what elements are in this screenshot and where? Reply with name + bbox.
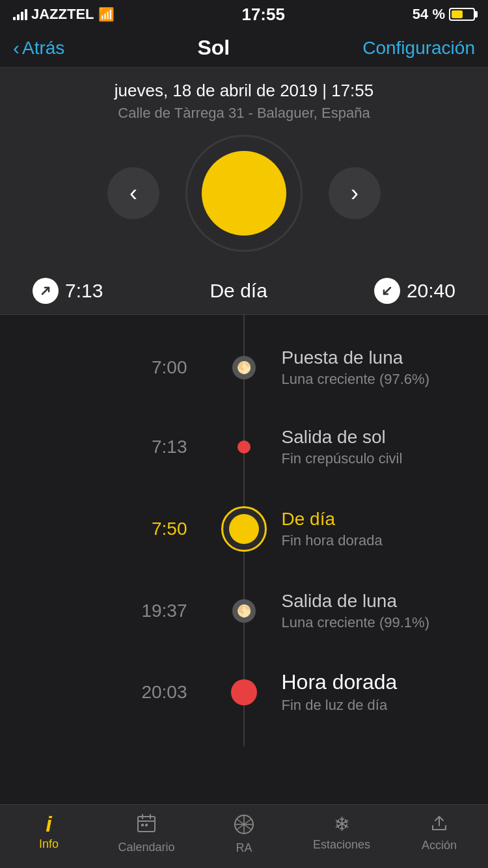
event-subtitle: Fin de luz de día (282, 697, 489, 714)
location-display: Calle de Tàrrega 31 - Balaguer, España (0, 105, 488, 122)
tab-calendario-label: Calendario (118, 841, 174, 854)
header-section: jueves, 18 de abril de 2019 | 17:55 Call… (0, 68, 488, 315)
sun-large-dot (221, 506, 267, 552)
timeline-item: 7:00 🌕 Puesta de luna Luna creciente (97… (0, 328, 488, 407)
tab-calendario[interactable]: Calendario (114, 813, 179, 854)
status-bar: JAZZTEL 📶 17:55 54 % (0, 0, 488, 29)
signal-icon (13, 8, 27, 20)
event-title: Salida de luna (282, 591, 489, 612)
back-label: Atrás (22, 38, 64, 59)
wifi-icon: 📶 (98, 7, 115, 22)
sun-small-dot (237, 441, 251, 454)
sun-times-bar: 7:13 De día 20:40 (0, 267, 488, 314)
event-title: Salida de sol (282, 427, 489, 448)
timeline-info: Salida de sol Fin crepúsculo civil (269, 427, 489, 467)
status-left: JAZZTEL 📶 (13, 6, 115, 23)
timeline-time: 19:37 (0, 601, 220, 621)
timeline-section: 7:00 🌕 Puesta de luna Luna creciente (97… (0, 315, 488, 746)
timeline-container: 7:00 🌕 Puesta de luna Luna creciente (97… (0, 315, 488, 746)
status-time: 17:55 (241, 5, 285, 25)
calendar-icon (136, 813, 157, 838)
config-button[interactable]: Configuración (362, 38, 475, 59)
tab-info-label: Info (39, 837, 59, 851)
share-icon (429, 813, 450, 836)
tab-bar: i Info Calendario (0, 804, 488, 868)
svg-rect-5 (145, 824, 148, 826)
sunrise-time: 7:13 (65, 280, 103, 302)
sun-circle (185, 135, 303, 252)
page-title: Sol (197, 36, 230, 60)
timeline-dot-area (220, 441, 269, 454)
sunrise-icon (33, 278, 59, 304)
prev-day-button[interactable]: ‹ (107, 167, 159, 219)
timeline-item: 7:13 Salida de sol Fin crepúsculo civil (0, 407, 488, 487)
battery-icon (449, 8, 475, 21)
sun-large-inner (229, 514, 259, 544)
tab-estaciones[interactable]: ❄ Estaciones (309, 813, 374, 852)
svg-rect-4 (141, 824, 144, 826)
tab-info[interactable]: i Info (16, 813, 81, 851)
chevron-left-icon: ‹ (13, 37, 20, 59)
snowflake-icon: ❄ (334, 813, 350, 835)
orange-dot (231, 679, 257, 705)
info-icon: i (46, 813, 51, 835)
sun-display: ‹ › (0, 135, 488, 267)
status-right: 54 % (413, 6, 475, 23)
next-day-button[interactable]: › (329, 167, 381, 219)
nav-bar: ‹ Atrás Sol Configuración (0, 29, 488, 68)
event-title: Hora dorada (282, 670, 489, 694)
sunset-display: 20:40 (374, 278, 455, 304)
day-status: De día (210, 280, 267, 302)
carrier-label: JAZZTEL (31, 6, 94, 23)
timeline-info: Puesta de luna Luna creciente (97.6%) (269, 347, 489, 388)
tab-accion-label: Acción (422, 839, 457, 852)
timeline-info: De día Fin hora dorada (269, 509, 489, 549)
timeline-dot-area: 🌕 (220, 599, 269, 623)
timeline-info: Hora dorada Fin de luz de día (269, 670, 489, 714)
sun-body (202, 151, 286, 236)
date-display: jueves, 18 de abril de 2019 | 17:55 (0, 81, 488, 101)
sunset-time: 20:40 (407, 280, 455, 302)
event-subtitle: Luna creciente (97.6%) (282, 371, 489, 388)
timeline-time: 20:03 (0, 682, 220, 703)
ra-icon (232, 813, 256, 839)
timeline-item: 20:03 Hora dorada Fin de luz de día (0, 651, 488, 733)
timeline-item: 7:50 De día Fin hora dorada (0, 487, 488, 571)
timeline-time: 7:00 (0, 357, 220, 378)
timeline-time: 7:50 (0, 519, 220, 539)
timeline-dot-area: 🌕 (220, 356, 269, 379)
back-button[interactable]: ‹ Atrás (13, 37, 64, 59)
event-title: De día (282, 509, 489, 530)
tab-estaciones-label: Estaciones (313, 838, 370, 852)
tab-accion[interactable]: Acción (407, 813, 472, 852)
timeline-info: Salida de luna Luna creciente (99.1%) (269, 591, 489, 631)
event-subtitle: Fin crepúsculo civil (282, 450, 489, 467)
timeline-time: 7:13 (0, 437, 220, 457)
moon-icon: 🌕 (232, 356, 256, 379)
tab-ra[interactable]: RA (211, 813, 277, 855)
timeline-item: 19:37 🌕 Salida de luna Luna creciente (9… (0, 571, 488, 651)
battery-label: 54 % (413, 6, 445, 23)
moon-icon: 🌕 (232, 599, 256, 623)
event-subtitle: Luna creciente (99.1%) (282, 614, 489, 631)
timeline-dot-area (220, 506, 269, 552)
sunset-icon (374, 278, 400, 304)
event-title: Puesta de luna (282, 347, 489, 368)
tab-ra-label: RA (236, 841, 252, 855)
timeline-dot-area (220, 679, 269, 705)
sunrise-display: 7:13 (33, 278, 103, 304)
event-subtitle: Fin hora dorada (282, 532, 489, 549)
